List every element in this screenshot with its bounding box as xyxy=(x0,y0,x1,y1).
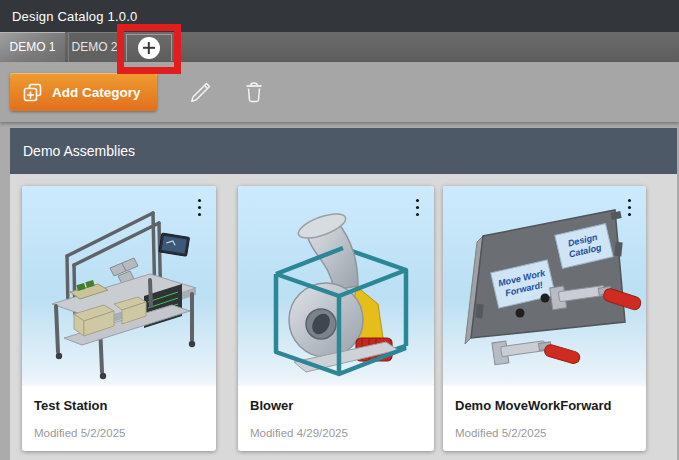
tab-demo-1[interactable]: DEMO 1 xyxy=(0,32,65,62)
card-blower[interactable]: Blower Modified 4/29/2025 xyxy=(238,186,434,451)
test-station-3d-render xyxy=(22,186,216,386)
card-image: Move Work Forward! Design Catalog xyxy=(443,186,646,386)
window-titlebar: Design Catalog 1.0.0 xyxy=(0,0,679,32)
category-title: Demo Assemblies xyxy=(23,143,135,159)
pencil-icon xyxy=(187,78,215,106)
card-modified-date: Modified 4/29/2025 xyxy=(238,413,434,439)
card-modified-date: Modified 5/2/2025 xyxy=(443,413,646,439)
content-area: Demo Assemblies xyxy=(0,122,679,460)
card-title: Test Station xyxy=(22,386,216,413)
add-box-icon xyxy=(22,82,43,103)
kebab-menu-icon[interactable] xyxy=(191,196,207,218)
window-title: Design Catalog 1.0.0 xyxy=(12,9,137,24)
card-modified-date: Modified 5/2/2025 xyxy=(22,413,216,439)
card-title: Demo MoveWorkForward xyxy=(443,386,646,413)
delete-button[interactable] xyxy=(237,75,271,109)
tab-bar: DEMO 1 DEMO 2 xyxy=(0,32,679,62)
kebab-menu-icon[interactable] xyxy=(409,196,425,218)
add-tab-button[interactable] xyxy=(126,34,172,61)
fixture-plate-3d-render: Move Work Forward! Design Catalog xyxy=(443,186,646,386)
kebab-menu-icon[interactable] xyxy=(621,196,637,218)
edit-button[interactable] xyxy=(183,74,219,110)
card-title: Blower xyxy=(238,386,434,413)
tab-label: DEMO 2 xyxy=(71,40,117,54)
card-image xyxy=(22,186,216,386)
tab-label: DEMO 1 xyxy=(9,40,55,54)
card-demo-moveworkforward[interactable]: Move Work Forward! Design Catalog xyxy=(443,186,646,451)
category-panel: Demo Assemblies xyxy=(10,128,677,460)
trash-icon xyxy=(241,79,267,105)
tab-demo-2[interactable]: DEMO 2 xyxy=(68,32,121,62)
blower-3d-render xyxy=(238,186,434,386)
cards-grid: Test Station Modified 5/2/2025 xyxy=(10,174,677,460)
card-test-station[interactable]: Test Station Modified 5/2/2025 xyxy=(22,186,216,451)
add-category-label: Add Category xyxy=(52,85,141,100)
panel-header: Demo Assemblies xyxy=(10,128,677,174)
toolbar: Add Category xyxy=(0,62,679,122)
plus-circle-icon xyxy=(138,37,160,59)
card-image xyxy=(238,186,434,386)
add-category-button[interactable]: Add Category xyxy=(10,73,157,111)
